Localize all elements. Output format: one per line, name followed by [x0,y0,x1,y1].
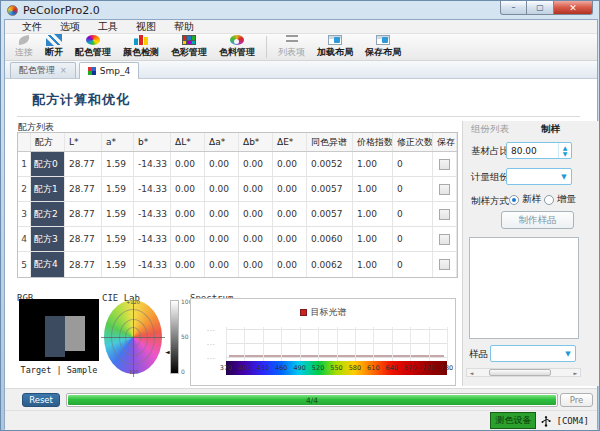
lightness-50-label: 50 [181,333,189,340]
save-cell [433,227,457,251]
menu-item-1[interactable]: 选项 [51,20,89,34]
save-checkbox[interactable] [439,159,450,170]
spinner-arrows-icon[interactable]: ▲▼ [558,143,571,158]
save-checkbox[interactable] [439,259,450,270]
toolbar-button-label: 色彩管理 [171,46,207,59]
component-listbox[interactable] [469,237,579,339]
rgb-caption: Target | Sample [17,365,101,375]
wavelength-tick-label: 370 [220,364,232,372]
tab-color-matching[interactable]: 配色管理 × [10,62,76,78]
close-button[interactable]: ✕ [553,1,593,15]
colorant-manage-icon [230,35,244,45]
header-cell-1[interactable]: L* [65,133,102,151]
table-row[interactable]: 4配方328.771.59-14.330.000.000.000.000.006… [18,227,457,252]
header-cell-2[interactable]: a* [102,133,134,151]
minimize-button[interactable]: – [500,1,527,15]
legend-label: 目标光谱 [311,306,347,319]
progress-bar: 4/4 [66,393,558,407]
mode-radio-1[interactable] [544,195,554,205]
tab-close-icon[interactable]: × [60,66,67,75]
save-checkbox[interactable] [439,184,450,195]
cie-a-axis [101,337,166,338]
list-items-icon [286,35,298,45]
com-port-label: [COM4] [556,416,589,426]
wavelength-tick-label: 610 [367,364,379,372]
table-row[interactable]: 2配方128.771.59-14.330.000.000.000.000.005… [18,177,457,202]
save-cell [433,152,457,176]
header-cell-4[interactable]: ΔL* [171,133,205,151]
window-title: PeColorPro2.0 [23,4,100,17]
scroll-right-icon[interactable]: ► [571,370,580,376]
dropdown-arrow-icon[interactable]: ▼ [561,350,575,358]
header-cell-10[interactable]: 修正次数 [393,133,433,151]
save-checkbox[interactable] [439,234,450,245]
scrollbar-thumb[interactable] [489,369,551,376]
toolbar-button-5[interactable]: 色料管理 [213,34,261,60]
header-cell-0[interactable]: 配方 [31,133,65,151]
reset-button[interactable]: Reset [22,393,60,407]
measure-component-dropdown[interactable]: ▼ [506,168,572,185]
value-cell: 0 [393,177,433,201]
header-cell-8[interactable]: 同色异谱 [307,133,353,151]
cie-axis-top-label: +120 [126,299,140,305]
value-cell: 0.0062 [307,252,353,277]
horizontal-scrollbar[interactable]: ◄ ► [466,368,581,377]
save-checkbox[interactable] [439,209,450,220]
value-cell: 0.00 [171,227,205,251]
plot-gridline [226,327,227,361]
toolbar-button-label: 列表项 [278,46,305,59]
wavelength-tick-label: 670 [404,364,416,372]
plot-gridline [392,327,393,361]
tab-component-list[interactable]: 组份列表 [471,123,509,136]
toolbar-button-4[interactable]: 色彩管理 [165,34,213,60]
connect-icon [18,35,30,45]
save-cell [433,202,457,226]
menu-item-0[interactable]: 文件 [13,20,51,34]
toolbar-button-label: 颜色检测 [123,46,159,59]
value-cell: 0.00 [171,202,205,226]
toolbar-button-8[interactable]: 加载布局 [311,34,359,60]
value-cell: 0.00 [273,252,307,277]
value-cell: 0.00 [273,152,307,176]
header-cell-6[interactable]: Δb* [239,133,273,151]
tab-make-sample[interactable]: 制样 [541,123,560,136]
page-title: 配方计算和优化 [32,91,130,109]
value-cell: 0.0057 [307,202,353,226]
base-ratio-value[interactable]: 80.00 [507,143,558,158]
table-row[interactable]: 1配方028.771.59-14.330.000.000.000.000.005… [18,152,457,177]
scroll-left-icon[interactable]: ◄ [467,370,476,376]
base-ratio-spinner[interactable]: 80.00 ▲▼ [506,142,572,159]
save-cell [433,252,457,277]
toolbar-button-1[interactable]: 断开 [39,34,69,60]
maximize-button[interactable]: ▢ [527,1,553,15]
toolbar-button-3[interactable]: 颜色检测 [117,34,165,60]
sample-dropdown[interactable]: ▼ [490,345,576,362]
cie-lab-panel: CIE Lab +120 -120 100 50 0 ◄ [102,286,190,386]
toolbar-button-2[interactable]: 配色管理 [69,34,117,60]
plot-gridline [263,327,264,361]
menu-item-3[interactable]: 视图 [127,20,165,34]
pre-button[interactable]: Pre [560,393,593,407]
value-cell: 0.0052 [307,152,353,176]
menu-bar: 文件选项工具视图帮助 [5,20,597,34]
header-cell-11[interactable]: 保存 [433,133,457,151]
make-sample-button[interactable]: 制作样品 [501,211,574,229]
header-cell-3[interactable]: b* [134,133,171,151]
value-cell: 0.00 [205,202,239,226]
value-cell: 0 [393,202,433,226]
mode-radio-0[interactable] [509,195,519,205]
toolbar: 连接断开配色管理颜色检测色彩管理色料管理列表项加载布局保存布局 [5,34,597,61]
tab-smp4[interactable]: Smp_4 [79,62,139,79]
toolbar-button-9[interactable]: 保存布局 [359,34,407,60]
header-cell-5[interactable]: Δa* [205,133,239,151]
header-cell-7[interactable]: ΔE* [273,133,307,151]
table-row[interactable]: 3配方228.771.59-14.330.000.000.000.000.005… [18,202,457,227]
workspace: 配方计算和优化 配方列表 配方L*a*b*ΔL*Δa*Δb*ΔE*同色异谱价格指… [5,79,597,388]
wavelength-tick-label: 430 [257,364,269,372]
header-cell-9[interactable]: 价格指数 [353,133,393,151]
menu-item-2[interactable]: 工具 [89,20,127,34]
menu-item-4[interactable]: 帮助 [165,20,203,34]
dropdown-arrow-icon[interactable]: ▼ [557,173,571,181]
plot-gridline [244,327,245,361]
table-row[interactable]: 5配方428.771.59-14.330.000.000.000.000.006… [18,252,457,277]
